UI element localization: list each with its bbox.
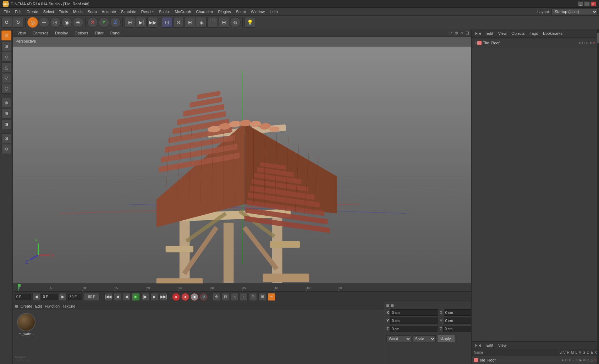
grid-mode-btn[interactable]: ⊞ (258, 293, 266, 301)
sm-tab-file[interactable]: File (474, 342, 483, 348)
menu-plugins[interactable]: Plugins (216, 9, 233, 15)
record-btn[interactable]: ● (181, 293, 189, 301)
menu-edit[interactable]: Edit (13, 9, 24, 15)
flag-def[interactable]: ◇ (587, 358, 589, 362)
menu-render[interactable]: Render (139, 9, 156, 15)
menu-window[interactable]: Window (249, 9, 267, 15)
array-btn[interactable]: ⊞ (185, 17, 195, 28)
flag-render[interactable]: ⊡ (565, 358, 568, 362)
move-tool-button[interactable]: ✛ (39, 17, 49, 28)
spline-btn[interactable]: ⌒ (207, 17, 218, 28)
rotate-tool-button[interactable]: ◉ (61, 17, 72, 28)
menu-simulate[interactable]: Simulate (119, 9, 138, 15)
menu-tools[interactable]: Tools (57, 9, 70, 15)
timeline-area[interactable]: 0 5 10 15 20 25 30 35 (13, 283, 471, 291)
playback-btn2[interactable]: ▶▶ (147, 17, 158, 28)
menu-help[interactable]: Help (268, 9, 280, 15)
scale-tool-button[interactable]: ⊡ (50, 17, 61, 28)
mat-tab-create[interactable]: Create (21, 304, 32, 308)
flag-morph[interactable]: ~ (573, 358, 575, 362)
stop-btn[interactable]: ■ (191, 293, 198, 301)
menu-file[interactable]: File (1, 9, 12, 15)
twirl-btn[interactable]: ◑ (1, 119, 11, 129)
go-start-btn[interactable]: |◀◀ (104, 293, 112, 301)
x-pos-input[interactable] (390, 309, 438, 316)
nurbs-btn[interactable]: ⊟ (219, 17, 229, 28)
scrollbar-thumb[interactable] (597, 33, 599, 43)
flag-vis[interactable]: ● (562, 358, 564, 362)
menu-create[interactable]: Create (24, 9, 40, 15)
y-pos-input[interactable] (390, 318, 438, 324)
key-mode-btn[interactable]: ✛ (212, 293, 220, 301)
sm-tab-view[interactable]: View (497, 342, 508, 348)
frame-display[interactable] (42, 294, 57, 300)
x-axis-btn[interactable]: ✕ (87, 17, 98, 28)
maximize-button[interactable]: □ (584, 1, 590, 6)
loop-btn[interactable]: ↺ (200, 293, 208, 301)
grid-btn[interactable]: ⊞ (1, 109, 11, 118)
mat-tab-function[interactable]: Function (45, 304, 60, 308)
menu-script[interactable]: Script (234, 9, 248, 15)
vp-icon-3[interactable]: ○ (460, 31, 464, 35)
metaball-btn[interactable]: ⊚ (230, 17, 241, 28)
viewport-3d[interactable]: Perspective (13, 37, 471, 283)
param-mode-btn[interactable]: P (249, 293, 257, 301)
add-tool-button[interactable]: ⊕ (73, 17, 83, 28)
space-selector[interactable]: World Object (386, 335, 411, 342)
prev-key-btn[interactable]: ◀| (123, 293, 131, 301)
vp-tab-cameras[interactable]: Cameras (29, 30, 52, 36)
menu-animate[interactable]: Animate (100, 9, 118, 15)
scene-btn[interactable]: ⬡ (1, 84, 11, 94)
next-key-btn[interactable]: |▶ (141, 293, 149, 301)
obj-lock-icon[interactable]: ⊞ (586, 41, 589, 45)
menu-select[interactable]: Select (41, 9, 56, 15)
render-preview-btn[interactable]: 💡 (244, 17, 255, 28)
rp-tab-file[interactable]: File (474, 31, 483, 36)
z-pos-input[interactable] (390, 326, 438, 332)
point-mode-btn[interactable]: △ (1, 62, 11, 72)
menu-sculpt[interactable]: Sculpt (157, 9, 172, 15)
vp-tab-display[interactable]: Display (52, 30, 71, 36)
end-frame-input[interactable]: 90 F (84, 293, 100, 301)
snap-btn[interactable]: ⊕ (1, 98, 11, 108)
select-tool-button[interactable]: ◎ (27, 17, 38, 28)
rp-tab-bookmarks[interactable]: Bookmarks (542, 31, 564, 36)
minimize-button[interactable]: _ (578, 1, 583, 6)
mat-tab-edit[interactable]: Edit (35, 304, 42, 308)
frame-step-up[interactable]: ▶ (59, 293, 67, 301)
object-mode-btn[interactable]: ⊙ (1, 31, 11, 40)
scene-row-tile-roof[interactable]: Tile_Roof ● ⊡ ⊞ ~ ⊟ ▶ ⊕ ◇ △ ✕ (472, 356, 599, 364)
obj-more-icon[interactable]: ≡ (590, 41, 592, 45)
mat-panel-handle[interactable] (15, 305, 18, 308)
prev-frame-btn[interactable]: ◀ (114, 293, 121, 301)
undo-button[interactable]: ↺ (1, 17, 12, 28)
auto-key-btn[interactable]: ● (172, 293, 180, 301)
play-btn[interactable]: ▶ (132, 293, 140, 301)
obj-vis-icon[interactable]: ● (579, 41, 581, 45)
menu-mograph[interactable]: MoGraph (172, 9, 193, 15)
vp-icon-1[interactable]: ↗ (448, 31, 453, 35)
menu-character[interactable]: Character (194, 9, 215, 15)
knife-btn[interactable]: ⊘ (1, 144, 11, 154)
layout-dropdown[interactable]: Startup (User) (551, 9, 598, 15)
frame-step-down[interactable]: ◀ (32, 293, 40, 301)
vp-tab-view[interactable]: View (14, 30, 29, 36)
flag-anim[interactable]: ▶ (579, 358, 582, 362)
current-frame-input[interactable] (15, 294, 31, 300)
deformer-btn[interactable]: ◈ (196, 17, 207, 28)
rp-tab-edit[interactable]: Edit (485, 31, 495, 36)
object-row-tile-roof[interactable]: Tile_Roof ● ⊡ ⊞ ≡ ✕ (474, 39, 597, 47)
box-mode-btn[interactable]: ⊡ (221, 293, 229, 301)
vp-icon-2[interactable]: ⊕ (454, 31, 459, 35)
extra-mode-btn[interactable]: ≡ (268, 293, 275, 301)
close-button[interactable]: ✕ (590, 1, 596, 6)
rp-tab-objects[interactable]: Objects (510, 31, 526, 36)
fps-display[interactable] (68, 294, 82, 300)
go-end-btn[interactable]: ▶▶| (160, 293, 167, 301)
polygon-mode-btn[interactable]: ⊞ (1, 41, 11, 51)
mat-tab-texture[interactable]: Texture (62, 304, 75, 308)
redo-button[interactable]: ↻ (13, 17, 23, 28)
paint-btn[interactable]: ⊡ (1, 133, 11, 143)
window-controls[interactable]: _ □ ✕ (578, 1, 596, 6)
flag-exp[interactable]: △ (590, 358, 593, 362)
